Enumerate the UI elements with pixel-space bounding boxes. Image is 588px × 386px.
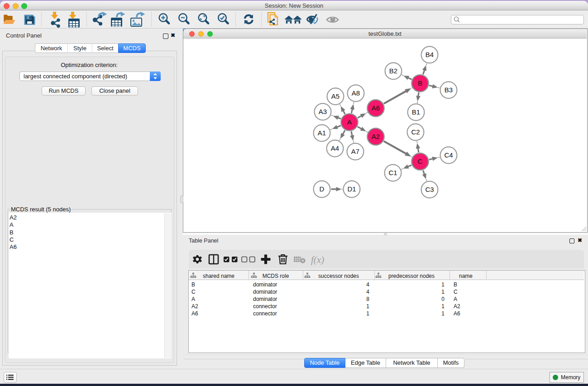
svg-text:B: B [418, 79, 422, 87]
svg-text:A2: A2 [372, 133, 380, 140]
svg-text:f(x): f(x) [311, 254, 324, 265]
svg-text:B4: B4 [425, 51, 434, 58]
svg-text:A: A [347, 118, 352, 126]
svg-text:A6: A6 [372, 104, 380, 112]
svg-text:C: C [418, 157, 423, 165]
svg-text:C2: C2 [411, 128, 420, 136]
svg-text:C1: C1 [388, 169, 397, 176]
svg-text:A1: A1 [318, 129, 326, 137]
svg-text:A4: A4 [331, 144, 339, 152]
svg-text:D: D [320, 185, 325, 193]
svg-text:A5: A5 [331, 92, 339, 100]
svg-text:C4: C4 [444, 151, 453, 159]
svg-text:A7: A7 [351, 148, 359, 155]
svg-text:C3: C3 [425, 186, 434, 193]
svg-text:A3: A3 [319, 108, 327, 115]
svg-text:B2: B2 [389, 67, 397, 75]
svg-text:B1: B1 [412, 108, 420, 116]
svg-text:D1: D1 [347, 185, 356, 193]
svg-text:A8: A8 [352, 89, 360, 97]
svg-text:B3: B3 [445, 86, 453, 94]
